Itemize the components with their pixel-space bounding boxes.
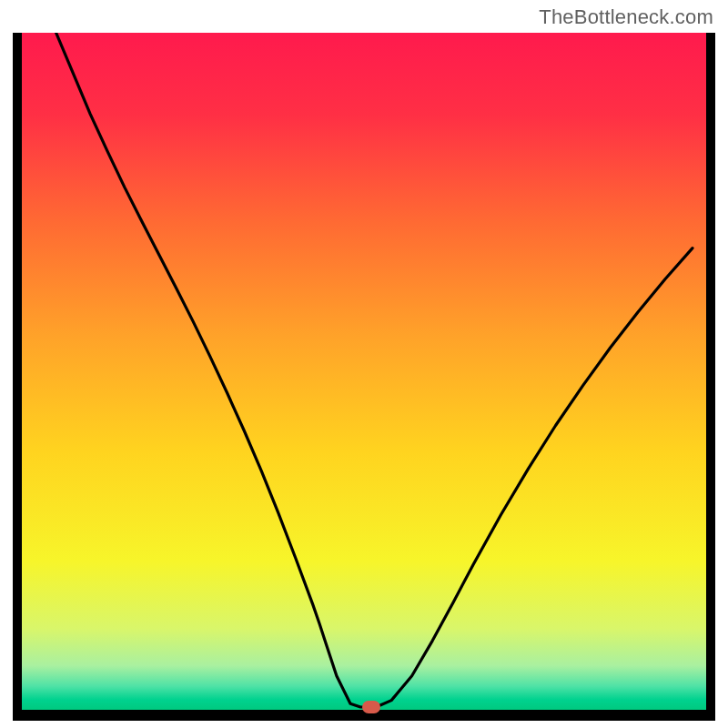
plot-area: [22, 33, 706, 710]
plot-svg: [22, 33, 706, 710]
gradient-background: [22, 33, 706, 710]
chart-frame: [13, 33, 715, 721]
optimal-marker: [362, 701, 380, 713]
chart-container: TheBottleneck.com: [0, 0, 728, 728]
attribution-label: TheBottleneck.com: [539, 5, 713, 29]
